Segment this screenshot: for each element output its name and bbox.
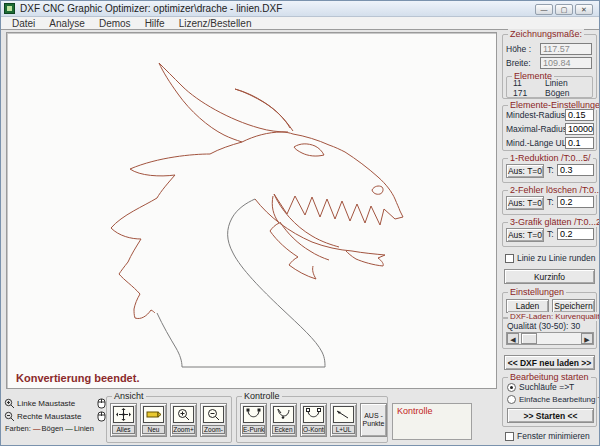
drawing-arcs [111,63,403,319]
close-button[interactable]: ✕ [575,4,593,15]
kurzinfo-button[interactable]: Kurzinfo [504,269,595,284]
maximal-radius-field[interactable]: 10000 [565,123,594,135]
minimize-button[interactable]: — [535,4,553,15]
ansicht-group: Ansicht Alles Neu Zoom+ Zoom- [106,396,232,443]
maximize-button[interactable]: ▢ [555,4,573,15]
corners-button[interactable]: Ecken [270,403,297,437]
drawing-lines [157,199,325,367]
menu-hilfe[interactable]: Hilfe [138,18,172,29]
reduktion-t-field[interactable]: 0.3 [557,164,594,176]
aus-punkte-label-2: Punkte [363,420,385,428]
menu-demos[interactable]: Demos [92,18,138,29]
linien-count: 11 [513,78,533,88]
menu-analyse[interactable]: Analyse [42,18,92,29]
aus-punkte-button[interactable]: AUS - Punkte [360,403,387,437]
dxf-laden-group: DXF-Laden: Kurvenqualität Qualität (30-5… [502,317,597,349]
view-all-button[interactable]: Alles [110,403,137,437]
reduktion-caption: 1-Reduktion /T:0...5/ [508,153,593,163]
hoehe-label: Höhe : [506,44,531,54]
suchlaeufe-radio[interactable] [507,383,516,392]
fit-all-icon [113,406,134,423]
kontrolle-info-box: Kontrolle [392,403,472,440]
starten-button[interactable]: >> Starten << [507,408,594,423]
linien-type: Linien [545,78,568,88]
suchlaeufe-label: Suchläufe =>T [519,382,574,392]
zoom-in-button[interactable]: Zoom+ [170,403,197,437]
zoom-out-button[interactable]: Zoom- [200,403,227,437]
open-contour-button[interactable]: O-Kontur [300,403,327,437]
lines-color-swatch: — [65,424,72,433]
mindest-radius-label: Mindest-Radius: [506,110,567,120]
glaetten-aus-button[interactable]: Aus: T=0 [506,228,544,242]
linie-runden-label: Linie zu Linie runden [517,253,595,263]
menu-lizenz-bestellen[interactable]: Lizenz/Bestellen [172,18,259,29]
suchlaeufe-radio-row[interactable]: Suchläufe =>T [507,382,574,392]
mindest-radius-field[interactable]: 0.15 [565,109,594,121]
endpoints-button[interactable]: E-Punkte [240,403,267,437]
zoom-in-icon [173,406,194,423]
reduktion-aus-button[interactable]: Aus: T=0 [506,164,544,178]
ansicht-caption: Ansicht [112,391,146,401]
qualitaet-label: Qualität (30-50): 30 [507,321,580,331]
fehler-t-field[interactable]: 0.2 [557,196,594,208]
slider-left-arrow[interactable]: ◀ [507,333,519,344]
menu-datei[interactable]: Datei [5,18,42,29]
zoom-out-icon [203,406,224,423]
boegen-count: 171 [513,88,533,98]
right-mouse-row: Rechte Maustaste [4,410,106,422]
slider-track[interactable] [519,333,581,344]
kontrolle-info-label: Kontrolle [397,406,471,416]
glaetten-group: 3-Grafik glätten /T:0...2/ Aus: T=0 T: 0… [502,222,597,247]
slider-right-arrow[interactable]: ▶ [581,333,593,344]
qualitaet-slider[interactable]: ◀ ▶ [506,332,594,345]
speichern-button[interactable]: Speichern [552,299,595,313]
elemente-einstellungen-group: Elemente-Einstellungen Mindest-Radius: 0… [502,105,597,151]
fenster-minimieren-label: Fenster minimieren [517,431,590,441]
drawing-canvas[interactable]: Konvertierung beendet. [6,32,497,389]
view-all-label: Alles [112,425,135,434]
open-contour-label: O-Kontur [302,425,325,434]
einfache-radio[interactable] [507,395,516,404]
breite-field[interactable]: 109.84 [540,57,592,69]
fehler-aus-button[interactable]: Aus: T=0 [506,196,544,210]
hoehe-field[interactable]: 117.57 [540,43,592,55]
glaetten-t-label: T: [547,229,554,239]
linie-runden-checkbox-row[interactable]: Linie zu Linie runden [505,253,595,263]
redraw-label: Neu [142,425,165,434]
einfache-label: Einfache Bearbeitung T [519,395,600,404]
dxf-neu-laden-button[interactable]: << DXF neu laden >> [504,355,595,370]
einfache-radio-row[interactable]: Einfache Bearbeitung T [507,395,600,404]
reduktion-t-label: T: [547,165,554,175]
line-ul-label: L+UL [332,425,355,434]
right-mouse-label: Rechte Maustaste [17,412,95,421]
endpoints-label: E-Punkte [242,425,265,434]
einstellungen-caption: Einstellungen [508,287,566,297]
reduktion-group: 1-Reduktion /T:0...5/ Aus: T=0 T: 0.3 [502,158,597,183]
left-mouse-label: Linke Maustaste [17,399,95,408]
mind-laenge-label: Mind.-Länge UL: [506,138,569,148]
line-ul-button[interactable]: L+UL [330,403,357,437]
breite-label: Breite: [506,58,531,68]
bearbeitung-caption: Bearbeitung starten [508,372,591,382]
linie-runden-checkbox[interactable] [505,254,514,263]
mouse-help-block: Linke Maustaste Rechte Maustaste [4,397,106,423]
redraw-icon [143,406,164,423]
fenster-minimieren-row[interactable]: Fenster minimieren [505,431,590,441]
corners-label: Ecken [272,425,295,434]
zoom-in-magnifier-icon [4,398,15,409]
color-legend: Farben: — Bögen — Linien [5,424,94,433]
app-window: DXF CNC Graphic Optimizer: optimizer\dra… [0,0,600,446]
glaetten-t-field[interactable]: 0.2 [557,228,594,240]
elemente-group: Elemente 11 Linien 171 Bögen [506,76,593,98]
mind-laenge-field[interactable]: 0.1 [565,137,594,149]
status-message: Konvertierung beendet. [16,372,139,384]
slider-thumb[interactable] [521,333,537,344]
kontrolle-group: Kontrolle E-Punkte Ecken O-Kontur L+UL [236,396,388,443]
fenster-minimieren-checkbox[interactable] [505,432,514,441]
redraw-button[interactable]: Neu [140,403,167,437]
aus-punkte-label-1: AUS - [363,412,385,420]
laden-button[interactable]: Laden [506,299,549,313]
fehler-caption: 2-Fehler löschen /T:0...5/ [508,185,600,195]
zoom-in-label: Zoom+ [172,425,195,434]
mouse-icon [97,398,106,409]
